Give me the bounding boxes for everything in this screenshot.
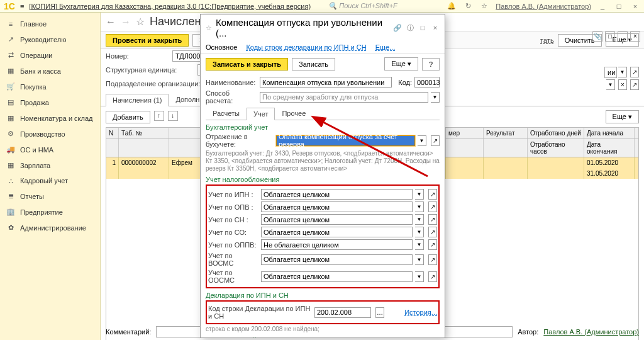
write-button[interactable]: Записать (292, 58, 335, 71)
open-icon[interactable]: ↗ (431, 135, 440, 146)
help-button[interactable]: ? (422, 58, 440, 71)
bell-icon[interactable]: 🔔 (447, 2, 457, 10)
author-value[interactable]: Павлов А.В. (Администратор) (543, 328, 639, 336)
add-button[interactable]: Добавить (106, 111, 150, 123)
tax-opv-field[interactable]: Облагается целиком (261, 201, 413, 212)
star-icon[interactable]: ☆ (479, 2, 489, 10)
admin-icon: ✿ (6, 224, 15, 232)
fav-icon[interactable]: ☆ (136, 16, 145, 28)
open-icon[interactable]: ↗ (428, 254, 437, 265)
chevron-down-icon[interactable]: ▼ (431, 92, 440, 103)
minimize-icon[interactable]: _ (597, 3, 608, 10)
chevron-down-icon[interactable]: ▼ (606, 79, 615, 90)
name-field[interactable]: Компенсация отпуска при увольнении (260, 77, 392, 88)
tax-oosms-field[interactable]: Облагается целиком (261, 271, 413, 282)
global-search[interactable]: 🔍 Поиск Ctrl+Shift+F (328, 2, 397, 10)
min-icon[interactable]: _ (618, 31, 628, 42)
ref-field[interactable]: Оплата компенсации отпуска за счет резер… (276, 135, 415, 146)
chevron-down-icon[interactable]: ▼ (418, 135, 426, 146)
back-icon[interactable]: ← (106, 16, 116, 28)
author-label: Автор: (518, 328, 538, 336)
sidebar-item[interactable]: 🛒Покупка (0, 79, 100, 94)
maximize-icon[interactable]: □ (614, 3, 624, 10)
open-icon[interactable]: ↗ (428, 271, 437, 282)
chevron-down-icon[interactable]: ▼ (415, 189, 424, 200)
tax-sn-field[interactable]: Облагается целиком (261, 214, 413, 225)
select-icon[interactable]: … (375, 307, 384, 318)
history-link[interactable]: История... (404, 309, 437, 316)
x-icon[interactable]: × (630, 31, 640, 42)
more-button[interactable]: Еще ▾ (384, 57, 418, 71)
post-button[interactable]: Провести и закрыть (106, 34, 189, 47)
sidebar-item[interactable]: 🚚ОС и НМА (0, 142, 100, 157)
ctrl-value[interactable]: ии (604, 67, 617, 78)
down-icon[interactable]: ↓ (168, 111, 178, 121)
sidebar-item[interactable]: ▦Номенклатура и склад (0, 110, 100, 126)
about-icon[interactable]: ⓘ (406, 23, 414, 33)
sidebar-item[interactable]: ⛬Кадровый учет (0, 173, 100, 188)
chevron-down-icon[interactable]: ▼ (415, 254, 424, 265)
sidebar-item[interactable]: ▤Продажа (0, 94, 100, 110)
pin-icon[interactable]: 📎 (592, 31, 602, 42)
win-icon[interactable]: □ (605, 31, 615, 42)
sidebar-item[interactable]: ⇄Операции (0, 47, 100, 63)
dep-label: Подразделение организации: (106, 80, 206, 88)
open-icon[interactable]: ↗ (428, 239, 437, 250)
tab-misc[interactable]: Прочее (275, 107, 313, 120)
sidebar-item[interactable]: ↗Руководителю (0, 31, 100, 47)
tax-oppv-field[interactable]: Не облагается целиком (261, 239, 413, 250)
open-icon[interactable]: ↗ (630, 79, 639, 90)
num-field[interactable]: ТДЛ000 (172, 50, 204, 62)
code-label: Код: (398, 79, 412, 86)
col-end: Дата окончания (584, 139, 635, 157)
hint-text: Бухгалтерский учет: Дт 3430, Резерв отпу… (206, 150, 440, 173)
code-field[interactable]: 000013 (414, 77, 440, 88)
open-icon[interactable]: × (618, 79, 627, 90)
chevron-down-icon[interactable]: ▼ (415, 239, 424, 250)
tax-so-field[interactable]: Облагается целиком (261, 227, 413, 237)
save-close-button[interactable]: Записать и закрыть (206, 58, 288, 71)
open-icon[interactable]: ↗ (428, 214, 437, 225)
sidebar-item[interactable]: ≡Главное (0, 16, 100, 31)
section-decl: Декларация по ИПН и СН (206, 292, 440, 299)
tab-more-link[interactable]: Еще... (375, 43, 396, 51)
sidebar-item[interactable]: ✿Администрирование (0, 220, 100, 235)
tab-codes-link[interactable]: Коды строк декларации по ИПН и СН (246, 43, 366, 51)
up-icon[interactable]: ↑ (154, 111, 164, 121)
star-icon[interactable]: ☆ (206, 24, 212, 32)
history-icon[interactable]: ↻ (463, 2, 473, 10)
sidebar-item[interactable]: ⚙Производство (0, 126, 100, 142)
tax-ipn-field[interactable]: Облагается целиком (261, 189, 413, 200)
open-icon[interactable]: ↗ (428, 201, 437, 212)
close-icon[interactable]: × (431, 24, 440, 31)
open-icon[interactable]: ↗ (630, 67, 639, 77)
tb-link[interactable]: тать (540, 37, 554, 44)
col-res: Результат (484, 128, 528, 139)
tab-accruals[interactable]: Начисления (1) (106, 94, 169, 106)
close-icon[interactable]: × (630, 3, 640, 10)
chevron-down-icon[interactable]: ▼ (415, 214, 424, 225)
tab-calc[interactable]: Расчеты (206, 107, 247, 120)
ext-icon[interactable]: □ (418, 24, 427, 31)
chevron-down-icon[interactable]: ▼ (415, 271, 424, 282)
sidebar-item[interactable]: 🏢Предприятие (0, 204, 100, 220)
user-label[interactable]: Павлов А.В. (Администратор) (496, 3, 591, 10)
tab-accounting[interactable]: Учет (247, 108, 275, 120)
col-n: N (106, 128, 119, 139)
menu-icon[interactable]: ≡ (20, 3, 24, 10)
sidebar-item[interactable]: ▦Банк и касса (0, 63, 100, 79)
sidebar-item[interactable]: ≣Отчеты (0, 188, 100, 204)
calc-field[interactable]: По среднему заработку для отпуска (260, 92, 428, 103)
decl-field[interactable]: 200.02.008 (314, 307, 371, 318)
fwd-icon[interactable]: → (121, 16, 131, 28)
open-icon[interactable]: ↗ (428, 189, 437, 200)
tax-vosms-field[interactable]: Облагается целиком (261, 254, 413, 265)
sidebar-item[interactable]: ▦Зарплата (0, 157, 100, 173)
grid-more-button[interactable]: Еще ▾ (606, 110, 639, 123)
chevron-down-icon[interactable]: ▼ (618, 67, 627, 77)
open-icon[interactable]: ↗ (428, 227, 437, 237)
link-icon[interactable]: 🔗 (393, 24, 402, 32)
chevron-down-icon[interactable]: ▼ (415, 227, 424, 237)
chevron-down-icon[interactable]: ▼ (415, 201, 424, 212)
tab-main-link[interactable]: Основное (206, 43, 237, 51)
